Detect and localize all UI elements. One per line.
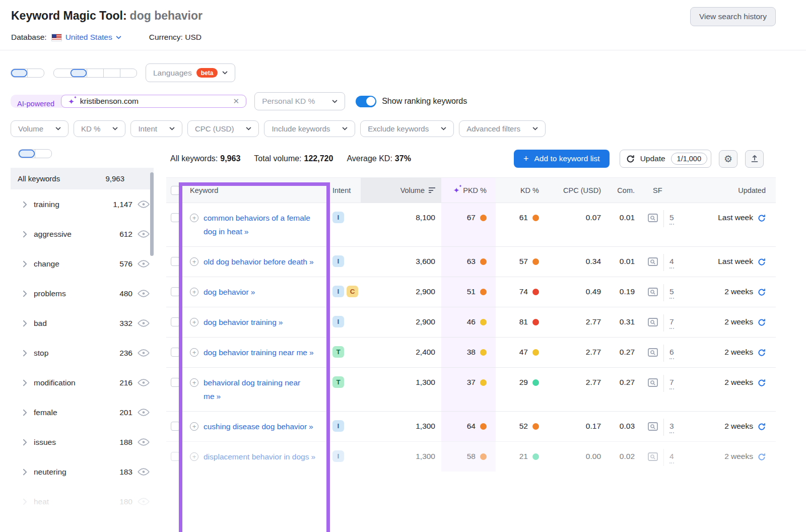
chevron-right-icon[interactable] bbox=[23, 320, 27, 327]
match-type-tab[interactable] bbox=[87, 69, 103, 77]
eye-icon[interactable] bbox=[138, 438, 150, 446]
column-header-pkd[interactable]: ✦PKD % bbox=[441, 178, 496, 203]
eye-icon[interactable] bbox=[138, 290, 150, 297]
eye-icon[interactable] bbox=[138, 319, 150, 327]
open-keyword-icon[interactable]: » bbox=[311, 452, 315, 461]
view-search-history-button[interactable]: View search history bbox=[690, 7, 776, 26]
keyword-group-row[interactable]: training 1,147 bbox=[11, 189, 154, 219]
match-type-tab[interactable] bbox=[103, 69, 120, 77]
add-keyword-icon[interactable]: + bbox=[190, 378, 198, 387]
column-header-kd[interactable]: KD % bbox=[496, 186, 550, 194]
chevron-right-icon[interactable] bbox=[23, 439, 27, 446]
serp-features-icon[interactable] bbox=[648, 318, 658, 326]
keyword-group-row[interactable]: issues 188 bbox=[11, 427, 154, 457]
row-checkbox[interactable] bbox=[171, 213, 180, 222]
add-keyword-icon[interactable]: + bbox=[190, 214, 198, 222]
group-label[interactable]: neutering bbox=[34, 468, 119, 477]
row-checkbox[interactable] bbox=[171, 287, 180, 296]
keyword-link[interactable]: old dog behavior before death bbox=[204, 257, 307, 266]
scope-tab[interactable] bbox=[11, 69, 27, 77]
chevron-right-icon[interactable] bbox=[23, 469, 27, 476]
chevron-right-icon[interactable] bbox=[23, 350, 27, 357]
filter-dropdown[interactable]: Include keywords bbox=[264, 120, 355, 137]
open-keyword-icon[interactable]: » bbox=[309, 348, 314, 357]
select-all-checkbox[interactable] bbox=[171, 186, 180, 195]
export-button[interactable] bbox=[745, 150, 764, 168]
open-keyword-icon[interactable]: » bbox=[309, 257, 314, 266]
group-label[interactable]: aggressive bbox=[34, 230, 119, 239]
scope-tab[interactable] bbox=[27, 69, 44, 77]
column-header-cpc[interactable]: CPC (USD) bbox=[550, 186, 607, 194]
sidebar-sort-tab[interactable] bbox=[19, 150, 35, 158]
row-checkbox[interactable] bbox=[171, 378, 180, 387]
row-checkbox[interactable] bbox=[171, 257, 180, 266]
group-label[interactable]: bad bbox=[34, 319, 119, 328]
chevron-right-icon[interactable] bbox=[23, 201, 27, 208]
show-ranking-keywords-toggle[interactable] bbox=[356, 96, 376, 107]
refresh-metrics-icon[interactable] bbox=[758, 288, 766, 296]
group-label[interactable]: issues bbox=[34, 438, 119, 447]
sf-count[interactable]: 5 bbox=[669, 287, 674, 299]
chevron-right-icon[interactable] bbox=[23, 498, 27, 505]
sf-count[interactable]: 4 bbox=[669, 257, 674, 269]
group-label[interactable]: change bbox=[34, 259, 119, 269]
refresh-metrics-icon[interactable] bbox=[758, 349, 766, 357]
group-label[interactable]: female bbox=[34, 408, 119, 417]
column-header-volume[interactable]: Volume bbox=[361, 178, 441, 203]
refresh-metrics-icon[interactable] bbox=[758, 318, 766, 326]
settings-button[interactable]: ⚙ bbox=[719, 150, 737, 168]
eye-icon[interactable] bbox=[138, 409, 150, 416]
chevron-right-icon[interactable] bbox=[23, 409, 27, 416]
filter-dropdown[interactable]: KD % bbox=[74, 120, 125, 137]
eye-icon[interactable] bbox=[138, 498, 150, 505]
column-header-sf[interactable]: SF bbox=[641, 186, 685, 194]
keyword-group-row[interactable]: aggressive 612 bbox=[11, 219, 154, 249]
eye-icon[interactable] bbox=[138, 468, 150, 476]
filter-dropdown[interactable]: Advanced filters bbox=[459, 120, 546, 137]
sf-count[interactable]: 6 bbox=[669, 348, 674, 359]
update-button[interactable]: Update 1/1,000 bbox=[620, 150, 711, 168]
keyword-group-row[interactable]: heat 180 bbox=[11, 487, 154, 516]
refresh-metrics-icon[interactable] bbox=[758, 379, 766, 387]
chevron-right-icon[interactable] bbox=[23, 379, 27, 386]
sf-count[interactable]: 7 bbox=[669, 378, 674, 389]
eye-icon[interactable] bbox=[138, 349, 150, 357]
filter-dropdown[interactable]: Intent bbox=[130, 120, 182, 137]
keyword-link[interactable]: displacement behavior in dogs bbox=[204, 452, 309, 461]
clear-input-icon[interactable]: ✕ bbox=[233, 97, 240, 106]
keyword-link[interactable]: dog behavior training near me bbox=[204, 348, 307, 357]
keyword-group-row[interactable]: female 201 bbox=[11, 397, 154, 427]
refresh-metrics-icon[interactable] bbox=[758, 258, 766, 266]
keyword-link[interactable]: dog behavior bbox=[204, 288, 249, 296]
open-keyword-icon[interactable]: » bbox=[309, 422, 313, 431]
sidebar-sort-tab[interactable] bbox=[35, 150, 51, 158]
row-checkbox[interactable] bbox=[171, 348, 180, 357]
refresh-metrics-icon[interactable] bbox=[758, 423, 766, 431]
group-label[interactable]: modification bbox=[34, 378, 119, 387]
keyword-group-row[interactable]: neutering 183 bbox=[11, 457, 154, 487]
serp-features-icon[interactable] bbox=[648, 378, 658, 387]
keyword-group-row[interactable]: stop 236 bbox=[11, 338, 154, 368]
group-label[interactable]: stop bbox=[34, 349, 119, 358]
serp-features-icon[interactable] bbox=[648, 214, 658, 222]
add-keyword-icon[interactable]: + bbox=[190, 288, 198, 296]
serp-features-icon[interactable] bbox=[648, 257, 658, 266]
refresh-metrics-icon[interactable] bbox=[758, 214, 766, 222]
open-keyword-icon[interactable]: » bbox=[251, 288, 255, 296]
domain-input[interactable] bbox=[79, 96, 229, 106]
column-header-com[interactable]: Com. bbox=[607, 186, 641, 194]
refresh-metrics-icon[interactable] bbox=[758, 453, 766, 461]
eye-icon[interactable] bbox=[138, 379, 150, 386]
keyword-link[interactable]: cushing disease dog behavior bbox=[204, 422, 307, 431]
add-keyword-icon[interactable]: + bbox=[190, 348, 198, 357]
chevron-right-icon[interactable] bbox=[23, 260, 27, 268]
open-keyword-icon[interactable]: » bbox=[279, 318, 283, 326]
keyword-link[interactable]: common behaviors of a female dog in heat bbox=[204, 214, 310, 236]
group-label[interactable]: heat bbox=[34, 497, 119, 506]
keyword-group-row[interactable]: problems 480 bbox=[11, 279, 154, 308]
add-to-keyword-list-button[interactable]: +Add to keyword list bbox=[514, 150, 610, 168]
sidebar-scrollbar[interactable] bbox=[150, 172, 154, 256]
eye-icon[interactable] bbox=[138, 201, 150, 208]
chevron-right-icon[interactable] bbox=[23, 231, 27, 238]
filter-dropdown[interactable]: Volume bbox=[11, 120, 69, 137]
